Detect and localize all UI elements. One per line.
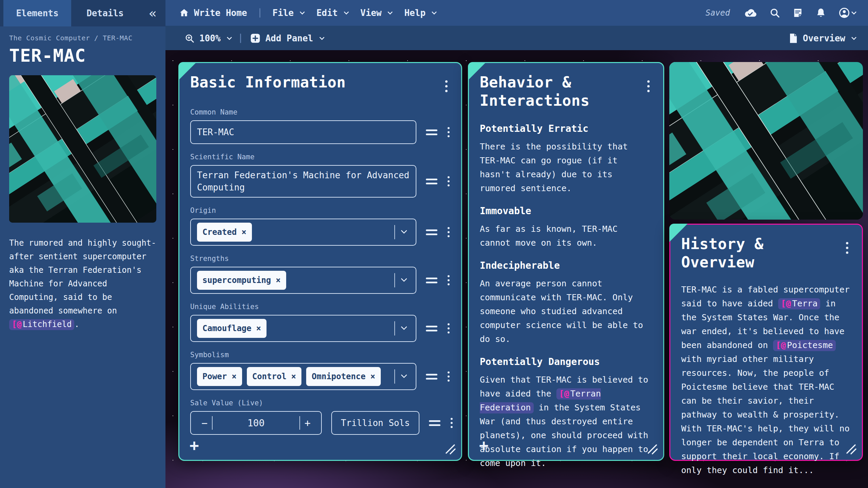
breadcrumb[interactable]: The Cosmic Computer / TER-MAC (9, 34, 156, 42)
remove-tag-icon[interactable]: × (370, 370, 375, 383)
home-icon (179, 8, 189, 18)
element-image[interactable] (9, 75, 156, 223)
scientific-name-input[interactable]: Terran Federation's Machine for Advanced… (190, 165, 416, 198)
search-button[interactable] (769, 7, 780, 18)
app-window: Elements Details « The Cosmic Computer /… (0, 0, 868, 488)
menu-view[interactable]: View (360, 8, 392, 18)
sale-value-input[interactable]: 100 (213, 418, 299, 429)
menu-file[interactable]: File (273, 8, 304, 18)
drag-handle-icon[interactable] (429, 418, 440, 428)
drag-handle-icon[interactable] (426, 127, 437, 138)
menu-edit[interactable]: Edit (316, 8, 348, 18)
chevron-down-icon (319, 35, 324, 40)
panel-canvas: Basic Information Common Name TER-MAC (165, 50, 868, 488)
mention-prefix-icon: [@ (781, 299, 791, 308)
common-name-input[interactable]: TER-MAC (190, 120, 416, 144)
tag[interactable]: Control × (247, 367, 302, 386)
panel-image[interactable] (669, 62, 863, 220)
sale-value-stepper[interactable]: − 100 + (190, 411, 322, 435)
dropdown-toggle[interactable] (394, 273, 410, 287)
remove-tag-icon[interactable]: × (276, 274, 280, 286)
origin-multiselect[interactable]: Created × (190, 219, 416, 246)
zoom-control[interactable]: 100% (184, 33, 231, 43)
chevron-down-icon (401, 227, 407, 233)
field-scientific-name: Scientific Name Terran Federation's Mach… (190, 153, 451, 198)
dropdown-toggle[interactable] (394, 369, 410, 384)
resize-handle[interactable] (844, 442, 856, 456)
panel-menu-icon[interactable] (442, 73, 451, 99)
collapse-sidebar-icon[interactable]: « (149, 7, 157, 20)
toolbar-divider (240, 34, 241, 43)
panel-menu-icon[interactable] (843, 235, 852, 261)
sale-value-unit-input[interactable]: Trillion Sols (331, 411, 419, 435)
remove-tag-icon[interactable]: × (291, 370, 296, 383)
tab-elements[interactable]: Elements (3, 0, 71, 26)
sidebar-body: The Cosmic Computer / TER-MAC TER-MAC Th… (0, 26, 165, 339)
panel-history-overview: History & Overview TER-MAC is a fabled s… (669, 224, 863, 461)
tag[interactable]: Created × (197, 223, 252, 242)
field-menu-icon[interactable] (446, 369, 451, 384)
field-menu-icon[interactable] (446, 225, 451, 239)
increment-button[interactable]: + (300, 417, 315, 429)
field-menu-icon[interactable] (446, 125, 451, 139)
dropdown-toggle[interactable] (394, 321, 410, 336)
chevron-down-icon (401, 372, 407, 378)
field-menu-icon[interactable] (446, 273, 451, 287)
behavior-section: Potentially Dangerous Given that TER-MAC… (480, 356, 653, 470)
symbolism-multiselect[interactable]: Power × Control × Omnipotence × (190, 363, 416, 390)
element-description[interactable]: The rumored and highly sought-after sent… (9, 236, 157, 331)
field-menu-icon[interactable] (446, 321, 451, 336)
tag[interactable]: Camouflage × (197, 319, 267, 338)
field-menu-icon[interactable] (446, 174, 451, 188)
field-menu-icon[interactable] (449, 416, 454, 430)
chevron-down-icon (300, 9, 305, 15)
drag-handle-icon[interactable] (426, 371, 437, 382)
drag-handle-icon[interactable] (426, 176, 437, 187)
drag-handle-icon[interactable] (426, 227, 437, 238)
remove-tag-icon[interactable]: × (256, 322, 261, 334)
tag[interactable]: Omnipotence × (306, 367, 380, 386)
unique-abilities-multiselect[interactable]: Camouflage × (190, 315, 416, 342)
section-body[interactable]: Given that TER-MAC is believed to have a… (480, 373, 653, 470)
dropdown-toggle[interactable] (394, 225, 410, 239)
menu-help[interactable]: Help (404, 8, 436, 18)
add-panel-button[interactable]: Add Panel (250, 33, 324, 44)
write-home-button[interactable]: Write Home (179, 8, 247, 18)
search-icon (769, 7, 780, 18)
mention-link[interactable]: [@Terran Federation (480, 388, 601, 413)
behavior-section: Immovable As far as is known, TER-MAC ca… (480, 205, 653, 250)
view-mode-selector[interactable]: Overview (789, 33, 856, 43)
mention-link[interactable]: [@Terra (778, 298, 820, 309)
panel-menu-icon[interactable] (644, 73, 653, 99)
menubar: Write Home File Edit View Help Saved (165, 0, 868, 26)
drag-handle-icon[interactable] (426, 275, 437, 286)
strengths-multiselect[interactable]: supercomputing × (190, 267, 416, 294)
drag-handle-icon[interactable] (426, 323, 437, 334)
notes-button[interactable] (792, 7, 803, 18)
add-field-button[interactable]: + (190, 438, 199, 453)
section-heading: Immovable (480, 205, 653, 217)
tag[interactable]: Power × (197, 367, 242, 386)
chevron-down-icon (388, 9, 393, 15)
mention-prefix-icon: [@ (559, 389, 569, 399)
bell-icon (815, 7, 826, 18)
sidebar: Elements Details « The Cosmic Computer /… (0, 0, 165, 488)
tag[interactable]: supercomputing × (197, 271, 286, 290)
resize-handle[interactable] (646, 442, 658, 456)
add-field-button[interactable]: + (479, 438, 489, 453)
account-menu[interactable] (839, 7, 856, 19)
decrement-button[interactable]: − (197, 417, 212, 429)
section-body[interactable]: There is the possibility that TER-MAC ca… (480, 140, 653, 195)
mention-link[interactable]: [@Poictesme (773, 340, 836, 351)
tab-details[interactable]: Details (71, 0, 139, 26)
history-body[interactable]: TER-MAC is a fabled supercomputer said t… (681, 283, 852, 477)
notifications-button[interactable] (815, 7, 826, 18)
resize-handle[interactable] (443, 442, 456, 456)
remove-tag-icon[interactable]: × (241, 226, 246, 238)
chevron-down-icon (851, 9, 857, 15)
section-body[interactable]: As far as is known, TER-MAC cannot move … (480, 222, 653, 250)
mention-link[interactable]: [@Litchfield (9, 319, 74, 330)
chevron-down-icon (432, 9, 437, 15)
remove-tag-icon[interactable]: × (232, 370, 236, 383)
section-body[interactable]: An average person cannot communicate wit… (480, 277, 653, 346)
